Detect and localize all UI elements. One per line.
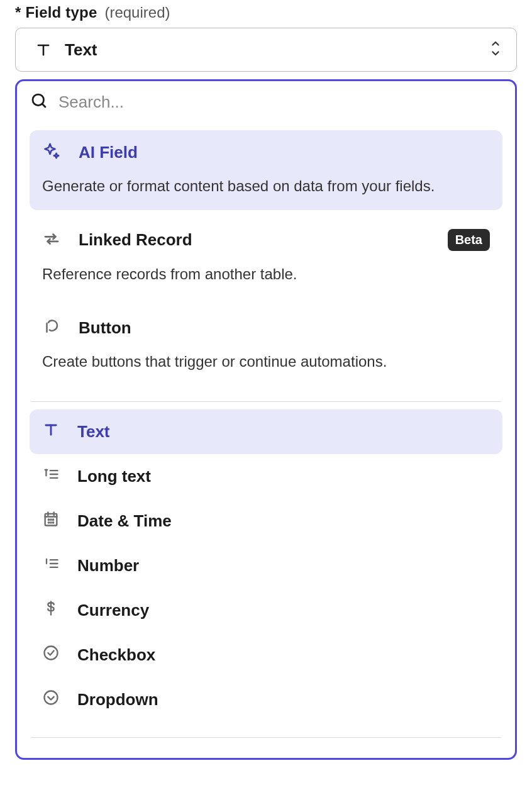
- option-linked-record-title: Linked Record: [79, 230, 192, 250]
- search-wrap: [17, 81, 515, 123]
- option-dropdown-label: Dropdown: [77, 690, 490, 709]
- long-text-icon: [42, 465, 60, 487]
- field-type-label-row: * Field type (required): [15, 0, 517, 28]
- dropdown-panel: AI Field Generate or format content base…: [17, 130, 515, 758]
- search-input[interactable]: [58, 92, 502, 112]
- section-divider: [31, 401, 501, 402]
- option-ai-field-desc: Generate or format content based on data…: [42, 174, 490, 198]
- option-linked-record[interactable]: Linked Record Beta Reference records fro…: [30, 218, 502, 298]
- text-icon: [33, 41, 53, 58]
- option-currency-label: Currency: [77, 601, 490, 620]
- option-button-desc: Create buttons that trigger or continue …: [42, 350, 490, 373]
- beta-badge: Beta: [448, 229, 490, 251]
- chevron-down-circle-icon: [42, 689, 60, 711]
- option-button-title: Button: [79, 318, 131, 338]
- option-ai-field-title: AI Field: [79, 143, 138, 162]
- field-type-label: * Field type: [15, 4, 97, 21]
- option-text-label: Text: [77, 422, 490, 442]
- svg-point-4: [53, 519, 53, 520]
- option-button[interactable]: Button Create buttons that trigger or co…: [30, 306, 502, 386]
- option-number[interactable]: Number: [30, 543, 502, 588]
- check-circle-icon: [42, 644, 60, 666]
- text-icon: [42, 421, 60, 443]
- option-number-label: Number: [77, 556, 490, 576]
- search-icon: [30, 91, 48, 113]
- section-divider-bottom: [31, 737, 501, 738]
- option-date-time-label: Date & Time: [77, 511, 490, 531]
- number-list-icon: [42, 555, 60, 577]
- option-text[interactable]: Text: [30, 409, 502, 454]
- pointer-click-icon: [42, 317, 61, 338]
- option-dropdown[interactable]: Dropdown: [30, 677, 502, 722]
- option-long-text[interactable]: Long text: [30, 454, 502, 499]
- svg-point-6: [50, 522, 51, 523]
- field-type-dropdown: AI Field Generate or format content base…: [15, 79, 517, 760]
- field-type-hint: (required): [104, 4, 170, 21]
- option-linked-record-desc: Reference records from another table.: [42, 262, 490, 286]
- svg-point-9: [45, 691, 58, 704]
- link-arrows-icon: [42, 230, 61, 251]
- field-type-selected-label: Text: [65, 40, 489, 60]
- svg-point-8: [45, 646, 58, 659]
- option-date-time[interactable]: Date & Time: [30, 499, 502, 543]
- svg-point-5: [48, 522, 49, 523]
- sparkle-icon: [42, 142, 61, 163]
- dollar-icon: [42, 599, 60, 621]
- option-checkbox-label: Checkbox: [77, 645, 490, 665]
- svg-point-7: [53, 522, 53, 523]
- option-ai-field[interactable]: AI Field Generate or format content base…: [30, 130, 502, 210]
- calendar-icon: [42, 510, 60, 532]
- svg-point-2: [48, 519, 49, 520]
- chevron-up-down-icon: [489, 39, 502, 60]
- option-currency[interactable]: Currency: [30, 588, 502, 633]
- option-checkbox[interactable]: Checkbox: [30, 633, 502, 677]
- svg-point-3: [50, 519, 51, 520]
- field-type-select[interactable]: Text: [15, 28, 517, 72]
- option-long-text-label: Long text: [77, 467, 490, 486]
